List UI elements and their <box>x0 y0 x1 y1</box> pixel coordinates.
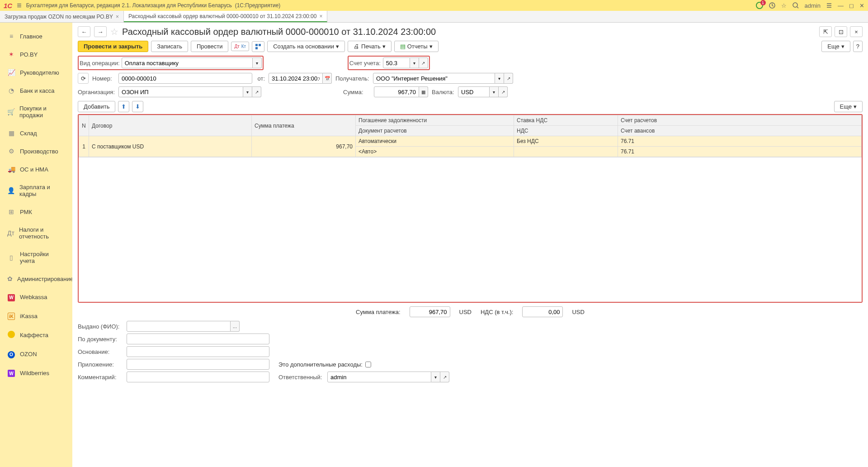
attachment-input[interactable] <box>127 359 269 370</box>
doc-input[interactable] <box>127 334 269 344</box>
star-icon[interactable]: ☆ <box>781 2 787 9</box>
dt-kt-button[interactable]: ДтКт <box>231 42 249 51</box>
open-icon[interactable]: ↗ <box>419 57 428 68</box>
add-row-button[interactable]: Добавить <box>78 101 115 112</box>
write-button[interactable]: Записать <box>151 41 188 52</box>
link-icon[interactable]: ⇱ <box>819 26 832 37</box>
sidebar-kaffesta[interactable]: Каффеста <box>0 325 72 345</box>
dropdown-icon[interactable]: ▾ <box>495 73 504 84</box>
responsible-input[interactable] <box>327 372 431 382</box>
table-empty-area <box>79 157 862 302</box>
search-icon[interactable] <box>792 2 799 9</box>
basis-input[interactable] <box>127 346 269 357</box>
ozon-icon: O <box>7 350 15 358</box>
dropdown-icon[interactable]: ▾ <box>431 372 440 382</box>
dropdown-icon[interactable]: ▾ <box>243 86 252 97</box>
sidebar-settings[interactable]: ▯Настройки учета <box>0 245 72 270</box>
sidebar-ikassa[interactable]: iKiKassa <box>0 307 72 326</box>
sidebar-ozon[interactable]: OOZON <box>0 345 72 364</box>
person-icon: 👤 <box>7 187 15 194</box>
forward-button[interactable]: → <box>94 26 107 37</box>
sidebar-warehouse[interactable]: ▦Склад <box>0 124 72 142</box>
sidebar-assets[interactable]: 🚚ОС и НМА <box>0 160 72 178</box>
close-icon[interactable]: ✕ <box>859 2 864 9</box>
notifications-icon[interactable]: 1 <box>756 2 763 9</box>
operation-type-input[interactable] <box>122 57 253 68</box>
create-based-button[interactable]: Создать на основании ▾ <box>267 41 345 52</box>
calc-icon[interactable]: ▦ <box>419 86 428 97</box>
move-down-button[interactable]: ⬇ <box>132 101 143 112</box>
number-input[interactable] <box>118 73 252 84</box>
col-settlement-acc[interactable]: Счет расчетов <box>618 115 862 126</box>
post-button[interactable]: Провести <box>191 41 229 52</box>
sidebar-rmk[interactable]: ⊞РМК <box>0 203 72 221</box>
sum-input[interactable] <box>374 86 419 97</box>
dropdown-icon[interactable]: ▾ <box>490 86 499 97</box>
app-title: Бухгалтерия для Беларуси, редакция 2.1. … <box>26 2 751 9</box>
open-window-icon[interactable]: ⊡ <box>835 26 847 37</box>
tab-ozon-load[interactable]: Загрузка продаж OZON по месяцам РО.BY× <box>0 11 124 22</box>
refresh-number-button[interactable]: ⟳ <box>78 73 89 84</box>
calendar-icon[interactable]: 📅 <box>323 73 332 84</box>
open-icon[interactable]: ↗ <box>499 86 508 97</box>
help-button[interactable]: ? <box>853 41 863 52</box>
sidebar-wb[interactable]: WWildberries <box>0 364 72 383</box>
rmk-icon: ⊞ <box>7 208 15 215</box>
tab-cash-order[interactable]: Расходный кассовый ордер валютный 0000-0… <box>124 11 328 22</box>
sidebar-bank[interactable]: ◔Банк и касса <box>0 81 72 100</box>
open-icon[interactable]: ↗ <box>504 73 513 84</box>
user-label[interactable]: admin <box>805 2 821 9</box>
sidebar-manager[interactable]: 📈Руководителю <box>0 63 72 81</box>
print-button[interactable]: 🖨 Печать ▾ <box>348 41 392 52</box>
sidebar-tax[interactable]: ДтНалоги и отчетность <box>0 221 72 245</box>
sidebar-poby[interactable]: ✶РО.BY <box>0 45 72 63</box>
col-advance-acc[interactable]: Счет авансов <box>618 126 862 136</box>
favorite-star-icon[interactable]: ☆ <box>110 26 118 37</box>
table-row[interactable]: 1 С поставщиком USD 967,70 Автоматически… <box>79 136 862 147</box>
col-contract[interactable]: Договор <box>89 115 252 136</box>
dropdown-icon[interactable]: ▾ <box>410 57 419 68</box>
menu-icon[interactable]: ≡ <box>17 1 22 10</box>
account-input[interactable] <box>383 57 410 68</box>
sidebar-admin[interactable]: ✿Администрирование <box>0 270 72 288</box>
sidebar-hr[interactable]: 👤Зарплата и кадры <box>0 178 72 203</box>
comment-input[interactable] <box>127 372 269 382</box>
reports-button[interactable]: ▤ Отчеты ▾ <box>394 41 439 52</box>
chevron-down-icon: ▾ <box>841 43 844 50</box>
sidebar-main[interactable]: ≡Главное <box>0 27 72 45</box>
col-payment-sum[interactable]: Сумма платежа <box>252 115 356 136</box>
history-icon[interactable] <box>769 2 776 9</box>
col-n[interactable]: N <box>79 115 89 136</box>
open-icon[interactable]: ↗ <box>252 86 261 97</box>
sidebar-sales[interactable]: 🛒Покупки и продажи <box>0 100 72 124</box>
settings-icon[interactable] <box>826 2 832 9</box>
sidebar-webkassa[interactable]: WWebkassa <box>0 288 72 307</box>
open-icon[interactable]: ↗ <box>440 372 449 382</box>
dropdown-icon[interactable]: ▾ <box>253 57 262 68</box>
table-more-button[interactable]: Еще ▾ <box>834 101 863 112</box>
org-input[interactable] <box>118 86 243 97</box>
structure-button[interactable] <box>252 41 264 52</box>
col-vat-rate[interactable]: Ставка НДС <box>514 115 618 126</box>
sidebar-production[interactable]: ⚙Производство <box>0 142 72 160</box>
date-input[interactable] <box>269 73 323 84</box>
move-up-button[interactable]: ⬆ <box>118 101 129 112</box>
col-vat[interactable]: НДС <box>514 126 618 136</box>
close-doc-icon[interactable]: × <box>850 26 863 37</box>
col-settlement-doc[interactable]: Документ расчетов <box>356 126 514 136</box>
currency-input[interactable] <box>458 86 490 97</box>
maximize-icon[interactable]: ◻ <box>849 2 854 9</box>
recipient-input[interactable] <box>373 73 495 84</box>
more-button[interactable]: Еще ▾ <box>821 41 850 52</box>
col-debt-repay[interactable]: Погашение задолженности <box>356 115 514 126</box>
recipient-label: Получатель: <box>335 75 369 82</box>
tab-close-icon[interactable]: × <box>116 14 119 20</box>
extra-costs-checkbox[interactable] <box>365 362 371 367</box>
back-button[interactable]: ← <box>78 26 90 37</box>
select-icon[interactable]: … <box>231 321 240 332</box>
tab-close-icon[interactable]: × <box>319 13 322 19</box>
issued-input[interactable] <box>127 321 231 332</box>
book-icon: ▯ <box>7 254 15 261</box>
minimize-icon[interactable]: — <box>838 2 844 9</box>
post-close-button[interactable]: Провести и закрыть <box>78 41 148 52</box>
